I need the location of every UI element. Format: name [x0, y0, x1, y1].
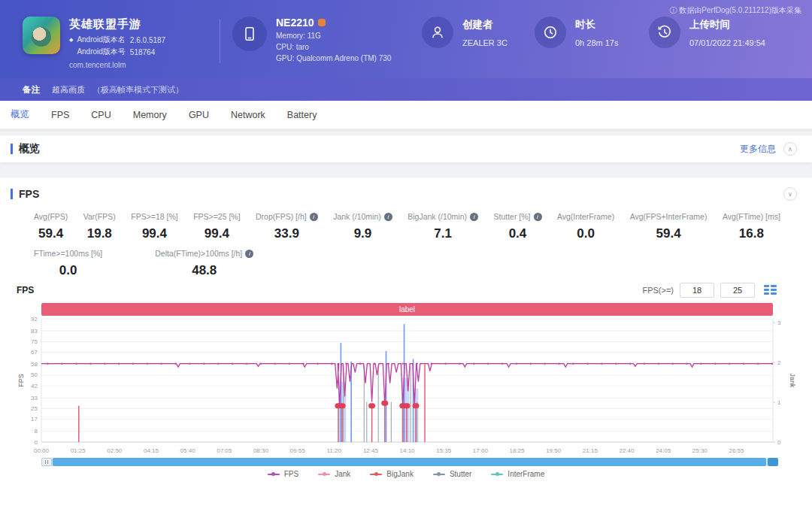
svg-text:12:45: 12:45 [363, 447, 379, 454]
metric-jank: Jank (/10min)i 9.9 [333, 212, 392, 241]
svg-text:26:55: 26:55 [729, 447, 744, 454]
fps-threshold2-input[interactable] [720, 283, 755, 298]
upload-time-label: 上传时间 [689, 18, 765, 32]
game-title: 英雄联盟手游 [69, 17, 165, 32]
metric-fps-ge-25: FPS>=25 [%] 99.4 [193, 212, 240, 241]
svg-text:3: 3 [777, 320, 781, 326]
chart-title: FPS [17, 285, 34, 295]
fps-collapse-button[interactable]: ∨ [783, 187, 797, 201]
overview-card: 概览 更多信息 ∧ [0, 135, 812, 162]
svg-text:22:40: 22:40 [619, 447, 635, 454]
svg-text:42: 42 [31, 383, 38, 389]
remark-text: （极高帧率模式下测试） [92, 84, 183, 95]
fps-section-title: FPS [19, 188, 39, 200]
fps-metrics-row2: FTime>=100ms [%] 0.0 Delta(FTime)>100ms … [0, 249, 812, 278]
tab-memory[interactable]: Memory [133, 110, 167, 120]
svg-text:83: 83 [31, 328, 38, 335]
metric-avg-interframe: Avg(InterFrame) 0.0 [557, 212, 614, 241]
scrollbar-thumb[interactable] [53, 458, 766, 466]
svg-text:17:00: 17:00 [473, 447, 489, 454]
svg-text:01:25: 01:25 [71, 447, 86, 454]
legend-item-jank[interactable]: Jank [318, 470, 350, 478]
remark-tag: 超高画质 [52, 84, 85, 95]
metric-delta-ftime: Delta(FTime)>100ms [/h]i 48.8 [155, 249, 253, 278]
svg-text:75: 75 [31, 338, 38, 345]
metric-avg-ftime: Avg(FTime) [ms] 16.8 [723, 212, 780, 241]
metric-bigjank: BigJank (/10min)i 7.1 [408, 212, 478, 241]
info-icon[interactable]: i [310, 213, 318, 221]
svg-text:14:10: 14:10 [400, 447, 416, 454]
svg-text:17: 17 [31, 416, 38, 423]
fps-line-chart[interactable]: 08172533425058677583920123FPSJank00:0001… [17, 317, 795, 457]
info-icon[interactable]: i [534, 213, 542, 221]
tab-network[interactable]: Network [231, 110, 265, 120]
overview-collapse-button[interactable]: ∧ [783, 142, 797, 156]
svg-text:67: 67 [31, 349, 38, 356]
info-icon[interactable]: i [470, 213, 478, 221]
section-accent-bar [11, 189, 13, 199]
metric-stutter: Stutter [%]i 0.4 [493, 212, 541, 241]
remark-label: 备注 [23, 84, 40, 95]
scenario-label-band[interactable]: label [41, 303, 773, 316]
duration-value: 0h 28m 17s [575, 38, 618, 47]
svg-text:07:05: 07:05 [217, 447, 232, 454]
legend-item-bigjank[interactable]: BigJank [370, 470, 414, 478]
svg-text:Jank: Jank [789, 373, 795, 388]
app-version-name-row: ◆ Android版本名 2.6.0.5187 [69, 35, 165, 45]
data-table-icon[interactable] [764, 285, 777, 295]
svg-text:FPS: FPS [17, 374, 25, 387]
svg-text:21:15: 21:15 [583, 447, 598, 454]
chart-scrollbar[interactable] [41, 458, 778, 466]
legend-marker [433, 474, 445, 475]
scrollbar-right-handle[interactable] [768, 458, 778, 466]
app-version-name: 2.6.0.5187 [130, 36, 165, 44]
report-header: ⓘ 数据由PerfDog(5.0.211212)版本采集 英雄联盟手游 ◆ An… [0, 0, 812, 78]
svg-text:33: 33 [31, 395, 38, 401]
tab-fps[interactable]: FPS [51, 110, 69, 120]
device-memory: Memory: 11G [276, 32, 391, 40]
info-icon[interactable]: i [384, 213, 392, 221]
legend-item-stutter[interactable]: Stutter [433, 470, 471, 478]
remark-bar: 备注 超高画质 （极高帧率模式下测试） [0, 78, 812, 101]
phone-icon [232, 17, 267, 51]
diamond-icon: ◆ [69, 37, 73, 43]
svg-text:0: 0 [35, 439, 38, 446]
metric-avg-fps-interframe: Avg(FPS+InterFrame) 59.4 [630, 212, 707, 241]
info-icon[interactable]: i [245, 250, 253, 258]
chart-legend: FPSJankBigJankStutterInterFrame [0, 470, 812, 478]
svg-text:1: 1 [777, 399, 781, 406]
app-version-code: 518764 [130, 48, 155, 56]
section-accent-bar [11, 144, 13, 154]
device-info-group: NE2210 Memory: 11G CPU: taro GPU: Qualco… [220, 17, 411, 62]
metric-ftime-ge-100ms: FTime>=100ms [%] 0.0 [34, 249, 102, 278]
svg-text:04:15: 04:15 [144, 447, 159, 454]
svg-text:05:40: 05:40 [180, 447, 196, 454]
tab-gpu[interactable]: GPU [189, 110, 209, 120]
legend-marker [318, 474, 330, 475]
fps-metrics-row: Avg(FPS) 59.4 Var(FPS) 19.8 FPS>=18 [%] … [0, 212, 812, 241]
overview-more-link[interactable]: 更多信息 [740, 143, 776, 156]
creator-label: 创建者 [462, 18, 508, 32]
device-model: NE2210 [276, 17, 314, 29]
history-clock-icon [649, 17, 680, 48]
svg-text:00:00: 00:00 [34, 447, 50, 454]
scrollbar-left-handle[interactable] [41, 458, 52, 466]
fps-card: FPS ∨ Avg(FPS) 59.4 Var(FPS) 19.8 FPS>=1… [0, 177, 812, 515]
legend-item-fps[interactable]: FPS [268, 470, 298, 478]
tab-battery[interactable]: Battery [287, 110, 317, 120]
svg-text:09:55: 09:55 [290, 447, 306, 454]
duration-label: 时长 [575, 18, 618, 32]
legend-item-interframe[interactable]: InterFrame [491, 470, 544, 478]
fps-threshold1-input[interactable] [680, 283, 714, 298]
metric-avg-fps: Avg(FPS) 59.4 [34, 212, 68, 241]
app-version-code-row: ◆ Android版本号 518764 [69, 47, 165, 57]
powered-by-text: ⓘ 数据由PerfDog(5.0.211212)版本采集 [670, 5, 801, 16]
tab-cpu[interactable]: CPU [91, 110, 111, 120]
tab-overview[interactable]: 概览 [11, 108, 29, 121]
creator-group: 创建者 ZEALER 3C [411, 17, 524, 48]
svg-text:08:30: 08:30 [253, 447, 269, 454]
chart-controls: FPS FPS(>=) [0, 281, 812, 299]
device-gpu: GPU: Qualcomm Adreno (TM) 730 [276, 54, 391, 62]
creator-value: ZEALER 3C [462, 38, 508, 47]
user-icon [422, 17, 453, 48]
